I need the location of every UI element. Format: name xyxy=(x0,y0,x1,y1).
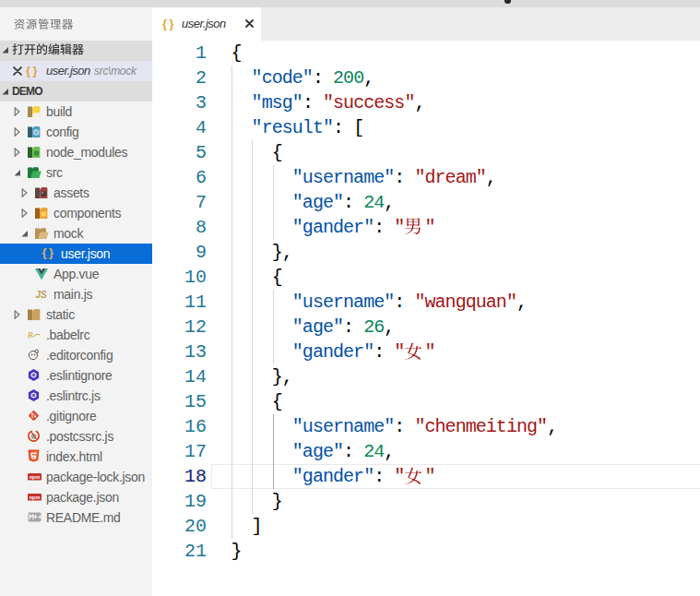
svg-text:npm: npm xyxy=(29,495,40,500)
svg-text:B: B xyxy=(28,330,33,339)
svg-text:npm: npm xyxy=(29,474,40,480)
svg-text:+: + xyxy=(38,514,42,520)
